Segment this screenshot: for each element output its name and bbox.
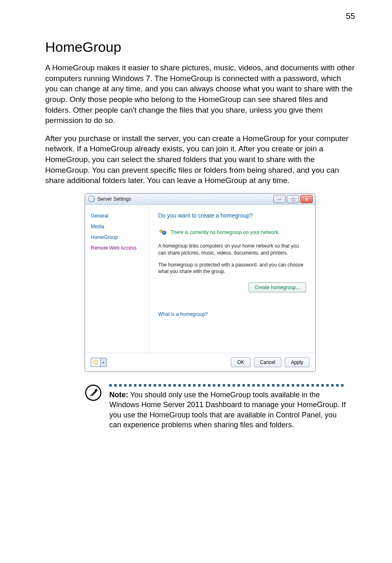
apply-button[interactable]: Apply	[285, 357, 309, 367]
settings-content-pane: Do you want to create a homegroup? There…	[149, 205, 315, 353]
note-text: Note: You should only use the HomeGroup …	[109, 390, 347, 430]
svg-rect-6	[95, 363, 96, 364]
chevron-right-icon: ▸	[100, 358, 107, 367]
create-homegroup-button[interactable]: Create homegroup...	[249, 283, 306, 292]
minimize-button[interactable]: —	[273, 195, 286, 203]
svg-rect-5	[95, 361, 96, 363]
maximize-button[interactable]: ▢	[287, 195, 299, 203]
info-split-button[interactable]: ▸	[91, 358, 107, 367]
intro-paragraph-1: A HomeGroup makes it easier to share pic…	[45, 63, 355, 126]
sidebar-item-general[interactable]: General	[85, 211, 149, 221]
page-number: 55	[346, 12, 355, 21]
cancel-button[interactable]: Cancel	[254, 357, 281, 367]
svg-point-3	[163, 232, 164, 232]
note-body: You should only use the HomeGroup tools …	[109, 391, 346, 429]
sidebar-item-media[interactable]: Media	[85, 221, 149, 232]
dialog-footer: ▸ OK Cancel Apply	[85, 353, 315, 371]
note-label: Note:	[109, 391, 128, 399]
info-icon	[91, 358, 100, 367]
sidebar-item-homegroup[interactable]: HomeGroup	[85, 232, 149, 243]
server-settings-dialog: Server Settings — ▢ x General Media Home…	[85, 193, 316, 372]
dialog-figure: Server Settings — ▢ x General Media Home…	[45, 193, 355, 372]
homegroup-icon	[158, 228, 167, 237]
page-title: HomeGroup	[45, 39, 355, 55]
note-divider	[109, 384, 347, 387]
pane-headline: Do you want to create a homegroup?	[158, 212, 306, 219]
dialog-title: Server Settings	[97, 196, 131, 202]
titlebar: Server Settings — ▢ x	[85, 194, 315, 205]
what-is-homegroup-link[interactable]: What is a homegroup?	[158, 311, 306, 317]
sidebar-item-remote-web-access[interactable]: Remote Web Access	[85, 243, 149, 253]
intro-paragraph-2: After you purchase or install the server…	[45, 133, 355, 186]
app-icon	[88, 196, 95, 202]
svg-point-2	[160, 230, 161, 231]
settings-sidebar: General Media HomeGroup Remote Web Acces…	[85, 205, 149, 353]
note-pin-icon	[85, 384, 102, 401]
close-button[interactable]: x	[300, 195, 313, 203]
homegroup-description: A homegroup links computers on your home…	[158, 243, 306, 257]
ok-button[interactable]: OK	[231, 357, 250, 367]
alert-circle-icon	[93, 359, 99, 365]
svg-point-1	[162, 231, 166, 234]
homegroup-status-text: There is currently no homegroup on your …	[171, 229, 279, 235]
homegroup-protection-text: The homegroup is protected with a passwo…	[158, 262, 306, 276]
